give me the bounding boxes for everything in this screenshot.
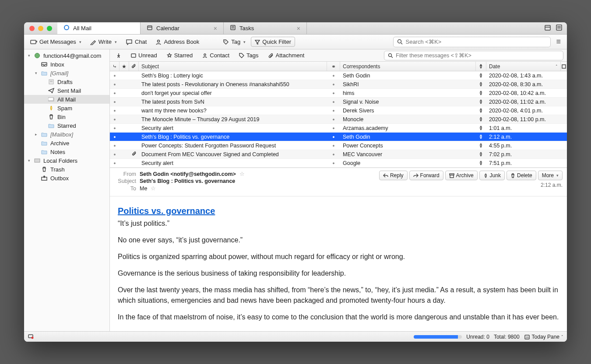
junk-button[interactable]: Junk xyxy=(479,171,505,180)
filter-starred[interactable]: Starred xyxy=(164,51,196,60)
read-status-icon[interactable]: ● xyxy=(110,74,120,78)
message-row[interactable]: ● Seth's Blog : Lottery logic ● Seth God… xyxy=(110,71,567,80)
folder-bin[interactable]: Bin xyxy=(24,112,109,121)
col-junk[interactable] xyxy=(476,62,486,71)
tab-tasks[interactable]: Tasks× xyxy=(224,22,307,34)
read-status-icon[interactable]: ● xyxy=(110,152,120,157)
filter-unread[interactable]: Unread xyxy=(128,51,160,60)
folder-label: Local Folders xyxy=(43,158,77,164)
message-from: Monocle xyxy=(340,115,476,123)
col-correspondents-icon[interactable]: ⚭ xyxy=(327,62,340,71)
spam-icon xyxy=(48,105,55,112)
folder--mailbox-[interactable]: ▸ [Mailbox] xyxy=(24,130,109,139)
app-menu-button[interactable]: ≡ xyxy=(552,37,564,46)
read-status-icon[interactable]: ● xyxy=(110,91,120,95)
col-correspondents[interactable]: Correspondents xyxy=(340,62,476,71)
twisty-icon[interactable]: ▾ xyxy=(27,158,31,163)
folder--gmail-[interactable]: ▾ [Gmail] xyxy=(24,69,109,77)
junk-icon xyxy=(476,71,486,80)
message-row[interactable]: ● Seth's Blog : Politics vs. governance … xyxy=(110,133,567,141)
close-tab-icon[interactable]: × xyxy=(297,25,300,32)
junk-icon xyxy=(476,106,486,115)
write-button[interactable]: Write▾ xyxy=(87,37,120,47)
forward-button[interactable]: Forward xyxy=(409,171,443,180)
folder-local-folders[interactable]: ▾ Local Folders xyxy=(24,156,109,165)
message-filter-search[interactable] xyxy=(384,51,563,60)
col-subject[interactable]: Subject xyxy=(139,62,327,71)
close-window-button[interactable] xyxy=(29,26,35,31)
read-status-icon[interactable]: ● xyxy=(110,117,120,122)
address-book-button[interactable]: Address Book xyxy=(152,37,203,47)
tab-calendar[interactable]: Calendar× xyxy=(141,22,224,34)
calendar-icon[interactable] xyxy=(544,24,551,32)
message-row[interactable]: ● Security alert ● Google 7:51 p.m. xyxy=(110,159,567,168)
tasks-icon[interactable] xyxy=(556,24,563,32)
body-paragraph: In the face of that maelstrom of noise, … xyxy=(118,312,559,322)
folder-outbox[interactable]: Outbox xyxy=(24,174,109,182)
twisty-icon[interactable]: ▾ xyxy=(34,71,38,75)
star-to-icon[interactable]: ☆ xyxy=(151,185,156,192)
quick-filter-button[interactable]: Quick Filter xyxy=(251,37,295,47)
message-row[interactable]: ● Power Concepts: Student Forgotten Pass… xyxy=(110,141,567,150)
delete-button[interactable]: Delete xyxy=(507,171,536,180)
star-sender-icon[interactable]: ☆ xyxy=(239,171,245,177)
message-row[interactable]: ● The latest posts from SvN ● Signal v. … xyxy=(110,98,567,106)
read-status-icon[interactable]: ● xyxy=(110,100,120,104)
message-row[interactable]: ● Security alert ● Arzamas.academy 1:01 … xyxy=(110,124,567,133)
link-dot: ● xyxy=(327,108,340,113)
close-tab-icon[interactable]: × xyxy=(214,25,217,32)
message-row[interactable]: ● want my three new books? ● Derek Siver… xyxy=(110,106,567,115)
read-status-icon[interactable]: ● xyxy=(110,126,120,130)
today-pane-toggle[interactable]: 29 Today Pane˄ xyxy=(524,334,563,340)
pin-filter-button[interactable] xyxy=(113,52,124,59)
folder-drafts[interactable]: Drafts xyxy=(24,77,109,86)
tag-button[interactable]: Tag▾ xyxy=(219,37,249,47)
message-row[interactable]: ● The Monocle Minute – Thursday 29 Augus… xyxy=(110,115,567,124)
col-date[interactable]: Date˄ xyxy=(486,62,561,71)
more-button[interactable]: More▾ xyxy=(538,171,563,180)
read-status-icon[interactable]: ● xyxy=(110,108,120,113)
message-row[interactable]: ● don't forget your special offer ● hims… xyxy=(110,89,567,98)
folder-sent-mail[interactable]: Sent Mail xyxy=(24,86,109,95)
folder-archive[interactable]: Archive xyxy=(24,139,109,147)
reply-button[interactable]: Reply xyxy=(379,171,408,180)
trash-icon xyxy=(41,166,48,173)
col-attachment[interactable] xyxy=(129,62,139,71)
message-row[interactable]: ● Document From MEC Vancouver Signed and… xyxy=(110,150,567,159)
read-status-icon[interactable]: ● xyxy=(110,82,120,87)
global-search[interactable] xyxy=(393,37,551,47)
folder-inbox[interactable]: Inbox xyxy=(24,60,109,69)
col-star[interactable]: ★ xyxy=(120,62,129,71)
filter-tags[interactable]: Tags xyxy=(236,51,261,60)
col-picker[interactable] xyxy=(561,62,567,71)
to-label: To xyxy=(114,186,136,192)
tab-all-mail[interactable]: All Mail xyxy=(57,22,141,34)
filter-attachment[interactable]: Attachment xyxy=(266,51,307,60)
read-status-icon[interactable]: ● xyxy=(110,161,120,165)
folder-starred[interactable]: Starred xyxy=(24,121,109,130)
folder-function44-gmail-com[interactable]: ▾ function44@gmail.com xyxy=(24,51,109,60)
zoom-window-button[interactable] xyxy=(47,26,52,31)
global-search-input[interactable] xyxy=(405,38,547,45)
message-filter-input[interactable] xyxy=(396,52,559,59)
filter-contact[interactable]: Contact xyxy=(200,51,232,60)
message-row[interactable]: ● The latest posts - Revolutionary in On… xyxy=(110,80,567,89)
folder-trash[interactable]: Trash xyxy=(24,165,109,174)
activity-icon[interactable] xyxy=(28,333,34,340)
read-status-icon[interactable]: ● xyxy=(110,135,120,139)
col-thread[interactable]: ⤷ xyxy=(110,62,120,71)
chat-button[interactable]: Chat xyxy=(122,37,150,47)
folder-spam[interactable]: Spam xyxy=(24,104,109,112)
twisty-icon[interactable]: ▾ xyxy=(27,53,31,58)
minimize-window-button[interactable] xyxy=(38,26,43,31)
twisty-icon[interactable]: ▸ xyxy=(34,132,38,136)
archive-button[interactable]: Archive xyxy=(445,171,478,180)
get-messages-button[interactable]: Get Messages▾ xyxy=(27,37,85,47)
body-paragraph: Politics is organized sparring about pow… xyxy=(118,252,559,262)
quick-filter-label: Quick Filter xyxy=(262,38,291,45)
folder-notes[interactable]: Notes xyxy=(24,147,109,156)
message-subject: The Monocle Minute – Thursday 29 August … xyxy=(139,115,327,123)
preview-title-link[interactable]: Politics vs. governance xyxy=(118,206,215,216)
read-status-icon[interactable]: ● xyxy=(110,144,120,148)
folder-all-mail[interactable]: All Mail xyxy=(24,95,109,104)
